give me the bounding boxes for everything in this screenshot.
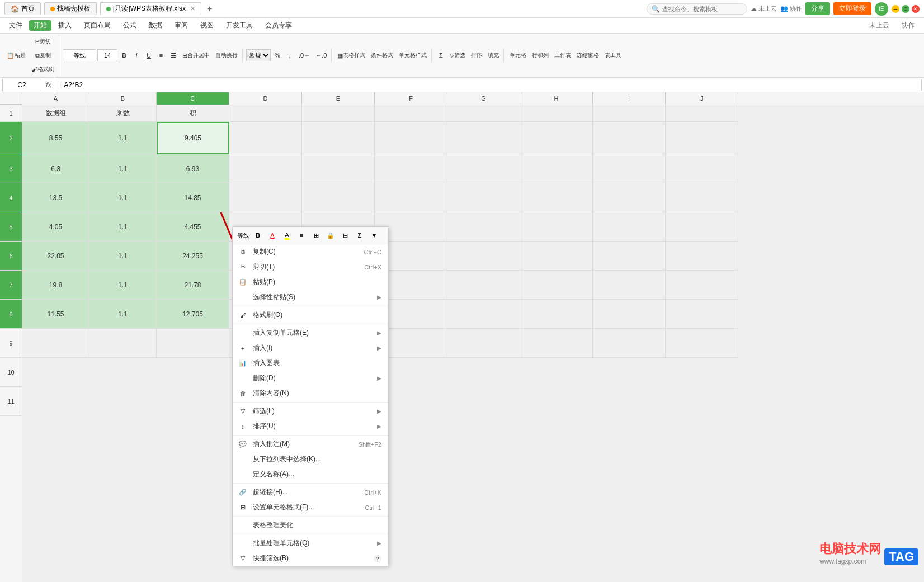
cell-c3[interactable]: 6.93	[157, 154, 229, 183]
col-header-a[interactable]: A	[22, 92, 89, 105]
cell-b6[interactable]: 1.1	[89, 242, 157, 271]
ctx-font-style-btn[interactable]: 等线	[237, 229, 249, 242]
share-button[interactable]: 分享	[805, 2, 830, 15]
percent-button[interactable]: %	[272, 49, 283, 62]
search-input[interactable]	[662, 6, 742, 12]
command-search[interactable]: 🔍	[647, 3, 747, 15]
col-header-h[interactable]: H	[520, 92, 593, 105]
cond-format-button[interactable]: 条件格式	[369, 49, 395, 62]
maximize-button[interactable]: □	[902, 5, 909, 13]
freeze-button[interactable]: 冻结窗格	[574, 49, 601, 62]
cell-j7[interactable]	[666, 271, 738, 300]
cell-b9[interactable]	[89, 329, 157, 358]
user-avatar[interactable]: tE	[875, 2, 888, 16]
ctx-sort[interactable]: ↕ 排序(U) ▶	[233, 419, 388, 434]
cell-h7[interactable]	[520, 271, 593, 300]
menu-formula[interactable]: 公式	[117, 19, 142, 32]
worksheet-button[interactable]: 工作表	[552, 49, 573, 62]
cell-g4[interactable]	[447, 183, 520, 212]
tab-wps-excel[interactable]: [只读]WPS表格教程.xlsx ✕	[100, 2, 201, 15]
col-header-i[interactable]: I	[593, 92, 666, 105]
ctx-border-btn[interactable]: ⊞	[310, 229, 322, 242]
ctx-bold-btn[interactable]: B	[252, 229, 264, 242]
cell-g5[interactable]	[447, 212, 520, 242]
tab-close-icon[interactable]: ✕	[190, 5, 195, 12]
cell-j2[interactable]	[666, 122, 738, 154]
ctx-paste-special[interactable]: 选择性粘贴(S) ▶	[233, 290, 388, 305]
cell-c8[interactable]: 12.705	[157, 300, 229, 329]
cell-d4[interactable]	[229, 183, 302, 212]
ctx-insert-comment[interactable]: 💬 插入批注(M) Shift+F2	[233, 437, 388, 452]
ctx-font-color-btn[interactable]: A	[266, 229, 279, 242]
cell-g6[interactable]	[447, 242, 520, 271]
menu-vip[interactable]: 会员专享	[260, 19, 298, 32]
menu-dev-tools[interactable]: 开发工具	[220, 19, 258, 32]
menu-data[interactable]: 数据	[143, 19, 168, 32]
ctx-delete[interactable]: 删除(D) ▶	[233, 371, 388, 386]
ctx-align-btn[interactable]: ≡	[295, 229, 308, 242]
formula-input[interactable]	[56, 79, 922, 91]
cell-i5[interactable]	[593, 212, 666, 242]
cell-d3[interactable]	[229, 154, 302, 183]
ctx-hyperlink[interactable]: 🔗 超链接(H)... Ctrl+K	[233, 485, 388, 500]
add-tab-button[interactable]: +	[205, 4, 214, 14]
col-header-f[interactable]: F	[375, 92, 447, 105]
row-header-10[interactable]: 10	[0, 358, 22, 387]
cell-j5[interactable]	[666, 212, 738, 242]
auto-wrap-button[interactable]: 自动换行	[213, 49, 240, 62]
ctx-sum-btn[interactable]: Σ	[353, 229, 366, 242]
col-header-j[interactable]: J	[666, 92, 738, 105]
cell-i6[interactable]	[593, 242, 666, 271]
cell-h9[interactable]	[520, 329, 593, 358]
cell-a8[interactable]: 11.55	[22, 300, 89, 329]
cell-f1[interactable]	[375, 105, 447, 122]
cell-h2[interactable]	[520, 122, 593, 154]
tab-wps-template[interactable]: 找稿壳模板	[44, 2, 97, 15]
font-name-input[interactable]	[63, 49, 96, 61]
cell-b7[interactable]: 1.1	[89, 271, 157, 300]
menu-insert[interactable]: 插入	[53, 19, 77, 32]
number-format-select[interactable]: 常规	[246, 49, 271, 61]
row-header-4[interactable]: 4	[0, 183, 22, 212]
row-header-9[interactable]: 9	[0, 329, 22, 358]
col-header-c[interactable]: C	[157, 92, 229, 105]
home-tab[interactable]: 🏠 首页	[4, 2, 41, 15]
col-header-d[interactable]: D	[229, 92, 302, 105]
cell-j4[interactable]	[666, 183, 738, 212]
cell-b1[interactable]: 乘数	[89, 105, 157, 122]
col-header-e[interactable]: E	[302, 92, 375, 105]
italic-button[interactable]: I	[131, 49, 142, 62]
ctx-format-painter[interactable]: 🖌 格式刷(O)	[233, 307, 388, 323]
cell-d1[interactable]	[229, 105, 302, 122]
row-header-3[interactable]: 3	[0, 154, 22, 183]
cell-i8[interactable]	[593, 300, 666, 329]
copy-button[interactable]: ⧉ 复制	[29, 49, 56, 62]
minimize-button[interactable]: ─	[892, 5, 899, 13]
ctx-paste[interactable]: 📋 粘贴(P)	[233, 275, 388, 290]
ctx-filter[interactable]: ▽ 筛选(L) ▶	[233, 404, 388, 419]
cell-c4[interactable]: 14.85	[157, 183, 229, 212]
decrease-decimal-button[interactable]: ←.0	[313, 49, 329, 62]
menu-page-layout[interactable]: 页面布局	[78, 19, 116, 32]
cell-a6[interactable]: 22.05	[22, 242, 89, 271]
cell-button[interactable]: 单元格	[507, 49, 529, 62]
cell-a1[interactable]: 数据组	[22, 105, 89, 122]
merge-center-button[interactable]: ⊞ 合并居中	[180, 49, 212, 62]
cell-a5[interactable]: 4.05	[22, 212, 89, 242]
cell-h3[interactable]	[520, 154, 593, 183]
fill-button[interactable]: 填充	[485, 49, 501, 62]
increase-decimal-button[interactable]: .0→	[296, 49, 312, 62]
cut-button[interactable]: ✂ 剪切	[29, 35, 56, 48]
ctx-pick-from-list[interactable]: 从下拉列表中选择(K)...	[233, 452, 388, 467]
menu-file[interactable]: 文件	[3, 19, 28, 32]
cell-b3[interactable]: 1.1	[89, 154, 157, 183]
table-style-button[interactable]: ▦ 表格样式	[335, 49, 367, 62]
cell-j9[interactable]	[666, 329, 738, 358]
cell-i7[interactable]	[593, 271, 666, 300]
row-header-8[interactable]: 8	[0, 300, 22, 329]
cell-style-button[interactable]: 单元格样式	[397, 49, 429, 62]
cell-c7[interactable]: 21.78	[157, 271, 229, 300]
ctx-copy[interactable]: ⧉ 复制(C) Ctrl+C	[233, 244, 388, 259]
cell-h8[interactable]	[520, 300, 593, 329]
cell-i9[interactable]	[593, 329, 666, 358]
